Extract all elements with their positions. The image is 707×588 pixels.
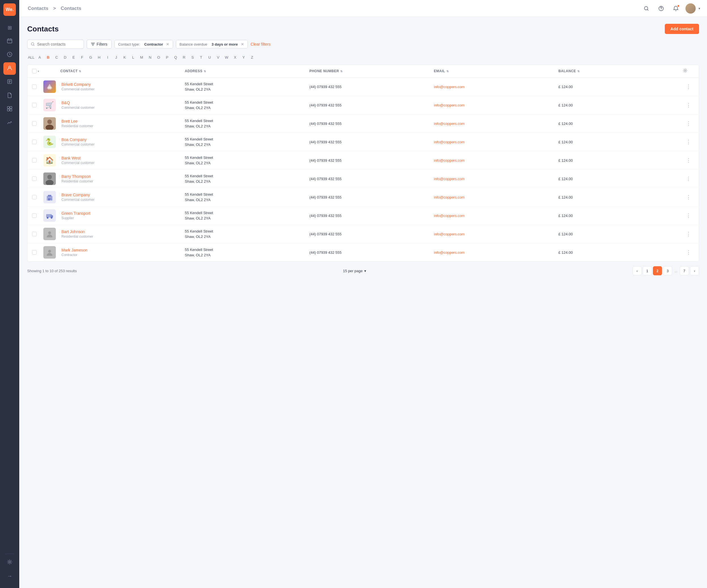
row-menu-bankwest[interactable]: ⋮ [683,157,694,164]
sidebar-item-calendar[interactable] [3,35,16,47]
search-box[interactable] [27,40,84,49]
pagination-page-2[interactable]: 2 [653,266,662,275]
pagination-page-7[interactable]: 7 [680,266,689,275]
clear-filters-button[interactable]: Clear filters [251,42,271,46]
alpha-item-h[interactable]: H [95,53,103,61]
row-menu-barry[interactable]: ⋮ [683,176,694,182]
alpha-item-b[interactable]: B [44,53,52,61]
sidebar-item-analytics[interactable] [3,117,16,129]
row-menu-bart[interactable]: ⋮ [683,231,694,237]
contact-type-remove[interactable]: ✕ [166,42,169,46]
sidebar-item-settings[interactable] [3,556,16,569]
row-menu-bq[interactable]: ⋮ [683,102,694,108]
row-email-brave[interactable]: info@coppers.com [434,195,559,199]
alpha-item-f[interactable]: F [78,53,86,61]
alpha-item-r[interactable]: R [180,53,188,61]
alpha-item-m[interactable]: M [138,53,145,61]
th-contact-sort[interactable]: ⇅ [79,70,81,73]
alpha-item-c[interactable]: C [53,53,61,61]
row-name-bq[interactable]: B&Q [62,101,185,105]
alpha-item-w[interactable]: W [223,53,231,61]
sidebar-item-reports[interactable] [3,76,16,89]
alpha-item-d[interactable]: D [61,53,69,61]
app-logo[interactable]: We. [3,3,16,16]
row-menu-brave[interactable]: ⋮ [683,194,694,200]
row-name-brave[interactable]: Brave Company [62,193,185,197]
row-checkbox-mark[interactable] [32,250,37,255]
row-menu-brett[interactable]: ⋮ [683,120,694,127]
row-name-mark[interactable]: Mark Jameson [62,248,185,252]
row-checkbox-brave[interactable] [32,195,37,199]
alpha-item-u[interactable]: U [206,53,213,61]
row-email-birkett[interactable]: info@coppers.com [434,85,559,89]
balance-overdue-remove[interactable]: ✕ [241,42,244,46]
row-email-bq[interactable]: info@coppers.com [434,103,559,107]
pagination-page-3[interactable]: 3 [663,266,672,275]
sidebar-item-document[interactable] [3,90,16,102]
row-name-boa[interactable]: Boa Company [62,137,185,142]
th-email-sort[interactable]: ⇅ [446,70,449,73]
row-name-brett[interactable]: Brett Lee [62,119,185,124]
row-menu-mark[interactable]: ⋮ [683,249,694,255]
row-checkbox-barry[interactable] [32,176,37,181]
row-email-mark[interactable]: info@coppers.com [434,250,559,255]
alpha-item-s[interactable]: S [189,53,197,61]
row-checkbox-birkett[interactable] [32,84,37,89]
select-all-checkbox[interactable] [32,69,37,73]
row-checkbox-bankwest[interactable] [32,158,37,163]
row-name-bankwest[interactable]: Bank West [62,156,185,160]
row-name-birkett[interactable]: Birkett Company [62,82,185,87]
alpha-item-o[interactable]: O [155,53,163,61]
sidebar-item-layout[interactable] [3,103,16,115]
sidebar-expand-button[interactable]: → [3,570,16,582]
alpha-item-j[interactable]: J [112,53,120,61]
alpha-item-g[interactable]: G [87,53,95,61]
sidebar-item-dashboard[interactable]: ⊞ [3,22,16,34]
sidebar-item-clock[interactable] [3,49,16,61]
row-checkbox-bart[interactable] [32,232,37,236]
alpha-item-p[interactable]: P [163,53,171,61]
th-address-sort[interactable]: ⇅ [204,70,206,73]
row-email-barry[interactable]: info@coppers.com [434,177,559,181]
alpha-item-l[interactable]: L [129,53,137,61]
breadcrumb-part1[interactable]: Contacts [28,6,48,11]
filters-button[interactable]: Filters [87,40,111,49]
alpha-item-z[interactable]: Z [248,53,256,61]
alpha-item-y[interactable]: Y [240,53,247,61]
row-checkbox-boa[interactable] [32,140,37,144]
row-checkbox-bq[interactable] [32,103,37,107]
alpha-item-all[interactable]: ALL [27,53,35,61]
row-menu-green[interactable]: ⋮ [683,212,694,219]
th-phone-sort[interactable]: ⇅ [340,70,343,73]
user-menu[interactable]: ▾ [685,3,700,13]
row-name-green[interactable]: Green Transport [62,211,185,215]
row-name-bart[interactable]: Bart Johnson [62,230,185,234]
notifications-button[interactable] [671,3,681,13]
row-checkbox-brett[interactable] [32,121,37,126]
row-checkbox-green[interactable] [32,213,37,218]
row-menu-birkett[interactable]: ⋮ [683,83,694,90]
alpha-item-v[interactable]: V [214,53,222,61]
row-menu-boa[interactable]: ⋮ [683,139,694,145]
row-email-bankwest[interactable]: info@coppers.com [434,158,559,163]
help-button[interactable] [656,3,666,13]
row-email-brett[interactable]: info@coppers.com [434,122,559,126]
alpha-item-e[interactable]: E [70,53,78,61]
pagination-next[interactable]: › [690,266,699,275]
alpha-item-t[interactable]: T [197,53,205,61]
alpha-item-a[interactable]: A [36,53,44,61]
alpha-item-k[interactable]: K [121,53,129,61]
alpha-item-q[interactable]: Q [172,53,179,61]
pagination-page-1[interactable]: 1 [643,266,652,275]
search-input[interactable] [37,42,77,46]
row-email-boa[interactable]: info@coppers.com [434,140,559,144]
table-settings-icon[interactable] [683,69,687,74]
alpha-item-x[interactable]: X [231,53,239,61]
pagination-prev[interactable]: ‹ [633,266,642,275]
search-button[interactable] [641,3,651,13]
per-page-selector[interactable]: 15 per page ▾ [343,269,366,273]
row-name-barry[interactable]: Barry Thompson [62,174,185,179]
row-email-green[interactable]: info@coppers.com [434,214,559,218]
select-all-arrow[interactable]: ▾ [38,70,39,73]
row-email-bart[interactable]: info@coppers.com [434,232,559,236]
